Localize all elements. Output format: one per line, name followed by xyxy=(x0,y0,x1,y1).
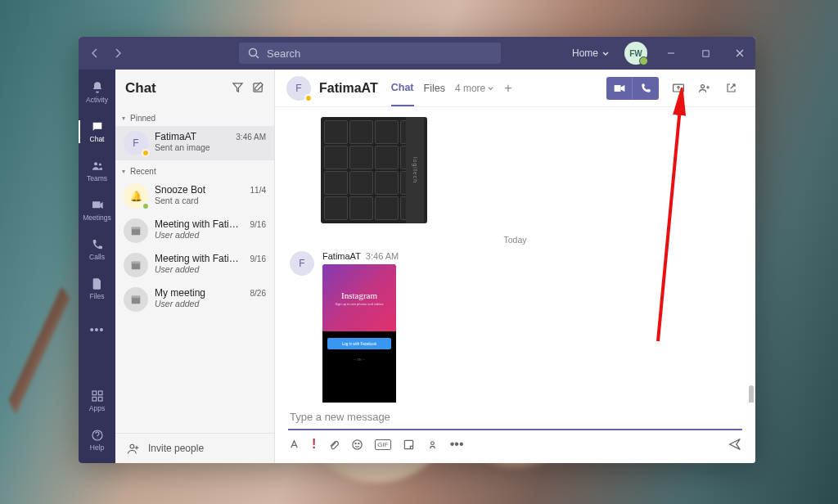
chat-header: F FatimaAT Chat Files 4 more + xyxy=(275,70,755,107)
chat-header-avatar[interactable]: F xyxy=(286,76,311,101)
teams-window: Search Home FW Activity Chat xyxy=(79,37,755,463)
chat-pane: F FatimaAT Chat Files 4 more + xyxy=(275,70,755,463)
messages-area[interactable]: logitech Today F FatimaAT 3:46 AM Instag… xyxy=(275,107,755,403)
section-recent[interactable]: Recent xyxy=(115,160,274,179)
rail-meetings[interactable]: Meetings xyxy=(79,191,115,230)
chat-item-snooze[interactable]: 🔔 Snooze Bot11/4 Sent a card xyxy=(115,179,274,214)
chat-item-meeting2[interactable]: Meeting with Fatima Wahab9/16 User added xyxy=(115,248,274,282)
more-compose-button[interactable]: ••• xyxy=(450,437,464,452)
attach-button[interactable] xyxy=(327,439,340,451)
titlebar: Search Home FW xyxy=(79,37,755,70)
close-button[interactable] xyxy=(724,37,755,70)
section-pinned[interactable]: Pinned xyxy=(115,107,274,126)
svg-rect-4 xyxy=(92,201,100,208)
message-avatar[interactable]: F xyxy=(290,251,314,276)
new-chat-button[interactable] xyxy=(252,81,264,97)
emoji-button[interactable] xyxy=(351,439,363,451)
sticker-button[interactable] xyxy=(403,439,415,451)
date-divider: Today xyxy=(290,235,741,245)
avatar: 🔔 xyxy=(124,184,148,209)
svg-rect-6 xyxy=(98,391,102,395)
svg-rect-8 xyxy=(98,397,102,401)
message-time: 3:46 AM xyxy=(366,251,399,261)
filter-button[interactable] xyxy=(232,81,244,97)
rail-teams[interactable]: Teams xyxy=(79,151,115,191)
svg-point-17 xyxy=(130,444,134,448)
svg-point-20 xyxy=(701,84,705,88)
rail-apps[interactable]: Apps xyxy=(79,381,115,421)
svg-rect-24 xyxy=(404,440,412,448)
tab-files[interactable]: Files xyxy=(424,71,445,106)
priority-button[interactable]: ! xyxy=(312,437,316,452)
message-image-phone[interactable]: Instagram Sign up to see photos and vide… xyxy=(322,264,396,403)
rail-activity[interactable]: Activity xyxy=(79,73,115,112)
sidebar-title: Chat xyxy=(125,80,156,97)
nav-back-button[interactable] xyxy=(85,43,105,63)
rail-more-button[interactable]: ••• xyxy=(79,310,115,349)
search-input[interactable]: Search xyxy=(239,43,501,64)
svg-rect-16 xyxy=(132,296,141,299)
avatar xyxy=(124,253,148,277)
format-button[interactable] xyxy=(288,439,300,451)
message-image-keyboard[interactable]: logitech xyxy=(321,117,427,223)
chat-header-name: FatimaAT xyxy=(319,81,378,96)
tab-chat[interactable]: Chat xyxy=(391,70,414,106)
maximize-button[interactable] xyxy=(690,37,721,70)
rail-help[interactable]: Help xyxy=(79,421,115,460)
message-sender: FatimaAT xyxy=(322,251,361,261)
gif-button[interactable]: GIF xyxy=(375,439,390,450)
svg-rect-12 xyxy=(132,227,141,230)
svg-rect-7 xyxy=(92,397,97,401)
compose-area: ! GIF ••• xyxy=(275,403,755,463)
tabs-more-button[interactable]: 4 more xyxy=(455,83,494,94)
video-call-button[interactable] xyxy=(606,77,633,100)
profile-avatar[interactable]: FW xyxy=(624,42,647,65)
svg-point-23 xyxy=(358,443,359,443)
svg-point-22 xyxy=(355,443,356,443)
svg-rect-5 xyxy=(92,391,97,395)
svg-point-2 xyxy=(94,162,97,165)
avatar xyxy=(124,218,148,243)
svg-rect-18 xyxy=(614,85,620,92)
audio-call-button[interactable] xyxy=(633,77,659,100)
rail-chat[interactable]: Chat xyxy=(79,112,115,151)
chat-list-sidebar: Chat Pinned F FatimaAT3:46 AM Sent an im… xyxy=(115,70,275,463)
svg-point-3 xyxy=(98,163,101,165)
meetup-button[interactable] xyxy=(426,439,439,451)
minimize-button[interactable] xyxy=(656,37,687,70)
message-block: F FatimaAT 3:46 AM Instagram Sign up to … xyxy=(290,251,741,403)
scrollbar-thumb[interactable] xyxy=(749,385,754,403)
add-people-button[interactable] xyxy=(692,77,718,100)
svg-point-0 xyxy=(250,49,257,56)
avatar: F xyxy=(124,131,148,155)
avatar xyxy=(124,287,148,312)
popout-button[interactable] xyxy=(718,77,744,100)
message-input[interactable] xyxy=(290,411,741,423)
org-dropdown[interactable]: Home xyxy=(565,47,616,59)
share-screen-button[interactable] xyxy=(665,77,692,100)
svg-rect-1 xyxy=(702,50,708,56)
app-rail: Activity Chat Teams Meetings Calls Files xyxy=(79,70,115,463)
nav-forward-button[interactable] xyxy=(108,43,128,63)
rail-files[interactable]: Files xyxy=(79,269,115,308)
add-tab-button[interactable]: + xyxy=(504,81,511,96)
svg-point-25 xyxy=(430,441,434,444)
chat-item-meeting1[interactable]: Meeting with Fatima Wahab9/16 User added xyxy=(115,214,274,248)
send-button[interactable] xyxy=(728,437,742,452)
svg-rect-14 xyxy=(132,262,141,264)
chat-item-fatima[interactable]: F FatimaAT3:46 AM Sent an image xyxy=(115,126,274,160)
invite-people-button[interactable]: Invite people xyxy=(115,433,274,463)
rail-calls[interactable]: Calls xyxy=(79,230,115,269)
search-placeholder: Search xyxy=(267,47,300,60)
svg-point-21 xyxy=(353,439,362,448)
chat-item-mymeeting[interactable]: My meeting8/26 User added xyxy=(115,282,274,317)
